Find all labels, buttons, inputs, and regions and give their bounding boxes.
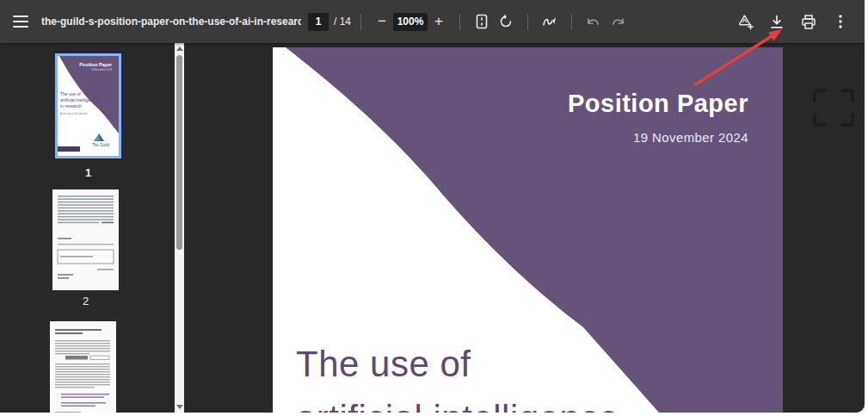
cover-title-line-1: The use of xyxy=(296,337,619,391)
document-filename: the-guild-s-position-paper-on-the-use-of… xyxy=(41,16,301,28)
thumb-subtitle: Achieving its full potential xyxy=(60,112,88,115)
thumb-logo-text: The Guild xyxy=(92,143,109,147)
pdf-viewer-window: the-guild-s-position-paper-on-the-use-of… xyxy=(0,0,865,413)
scrollbar-thumb[interactable] xyxy=(176,55,182,250)
zoom-out-button[interactable]: − xyxy=(371,9,393,34)
more-vertical-icon[interactable] xyxy=(828,9,853,34)
page-count-label: / 14 xyxy=(334,16,351,28)
thumbnail-1-cover: Position Paper 19 November 2024 The use … xyxy=(58,56,119,156)
thumb-footer-bar xyxy=(58,146,80,152)
thumb-kicker: Position Paper xyxy=(79,62,113,67)
print-icon[interactable] xyxy=(797,9,821,34)
viewer-content: Position Paper 19 November 2024 The use … xyxy=(0,43,865,413)
thumbnail-label-1: 1 xyxy=(55,166,121,179)
download-icon[interactable] xyxy=(765,9,789,34)
viewfinder-brackets xyxy=(813,89,854,127)
thumbnail-label-2: 2 xyxy=(52,295,119,307)
cover-date: 19 November 2024 xyxy=(633,130,748,145)
toolbar-divider xyxy=(459,14,460,30)
zoom-in-button[interactable]: + xyxy=(428,9,450,34)
cover-kicker: Position Paper xyxy=(568,90,748,118)
thumbnail-page-3[interactable] xyxy=(50,321,116,413)
redo-icon[interactable] xyxy=(606,9,630,34)
fit-page-icon[interactable] xyxy=(470,9,494,34)
toolbar-divider xyxy=(571,14,572,30)
cover-title: The use of artificial intelligence xyxy=(296,337,619,413)
undo-icon[interactable] xyxy=(582,9,606,34)
thumbnail-2-page xyxy=(52,189,119,290)
thumb-title-1: The use of xyxy=(60,91,81,96)
thumbnail-page-2[interactable] xyxy=(52,189,119,290)
scrollbar-up-arrow-icon[interactable] xyxy=(175,44,184,53)
thumbnail-page-1[interactable]: Position Paper 19 November 2024 The use … xyxy=(55,53,121,158)
rotate-icon[interactable] xyxy=(494,9,518,34)
menu-icon[interactable] xyxy=(9,9,33,34)
thumb-date: 19 November 2024 xyxy=(91,68,112,71)
thumbnail-3-page xyxy=(50,321,116,413)
toolbar-right-actions xyxy=(733,9,853,34)
zoom-level-input[interactable]: 100% xyxy=(393,13,428,31)
sidebar-scrollbar[interactable] xyxy=(175,43,184,413)
document-page-1: Position Paper 19 November 2024 The use … xyxy=(273,47,783,413)
thumb-title-3: in research xyxy=(60,103,82,109)
page-number-input[interactable] xyxy=(308,13,329,31)
scrollbar-down-arrow-icon[interactable] xyxy=(175,402,184,412)
toolbar-divider xyxy=(360,14,361,30)
toolbar-divider xyxy=(527,14,528,30)
annotate-add-icon[interactable] xyxy=(733,9,757,34)
pdf-toolbar: the-guild-s-position-paper-on-the-use-of… xyxy=(0,0,865,43)
draw-icon[interactable] xyxy=(538,9,562,34)
thumb-title-2: artificial intelligence xyxy=(60,97,98,102)
cover-title-line-2: artificial intelligence xyxy=(296,391,619,413)
